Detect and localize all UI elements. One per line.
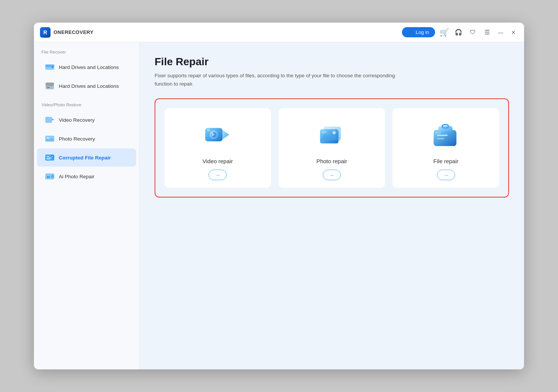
svg-point-24 <box>333 131 336 135</box>
file-repair-label: File repair <box>433 158 458 164</box>
cart-icon[interactable]: 🛒 <box>439 27 449 38</box>
app-name: ONERECOVERY <box>54 29 94 35</box>
sidebar-section-video-photo: Video/Photo Restore <box>34 103 139 110</box>
photo-icon <box>44 133 55 144</box>
sidebar-item-label-hdd2: Hard Drives and Locations <box>59 83 119 89</box>
svg-point-9 <box>47 137 49 139</box>
sidebar: File Recover Hard Drives and Locations <box>34 42 140 369</box>
svg-point-2 <box>52 66 54 68</box>
main-content: File Repair Fixer supports repair of var… <box>140 42 524 369</box>
file-repair-arrow[interactable]: → <box>437 170 455 180</box>
main-layout: File Recover Hard Drives and Locations <box>34 42 524 369</box>
svg-rect-6 <box>45 117 52 123</box>
svg-rect-25 <box>321 131 326 133</box>
video-repair-card[interactable]: Video repair → <box>164 108 271 188</box>
repair-icon <box>44 152 55 163</box>
titlebar-left: R ONERECOVERY <box>40 27 94 38</box>
app-logo: R <box>40 27 51 38</box>
sidebar-item-hard-drives-2[interactable]: Hard Drives and Locations <box>37 77 136 95</box>
sidebar-item-label-ai: Ai Photo Repair <box>59 174 95 179</box>
sidebar-item-corrupted-file-repair[interactable]: Corrupted File Repair <box>37 149 136 167</box>
sidebar-section-file-recover: File Recover <box>34 50 139 57</box>
sidebar-item-label-video: Video Recovery <box>59 117 95 123</box>
video-repair-label: Video repair <box>202 158 233 164</box>
sidebar-item-label-photo: Photo Recovery <box>59 136 95 142</box>
video-repair-arrow[interactable]: → <box>208 170 227 180</box>
sidebar-item-hard-drives-1[interactable]: Hard Drives and Locations <box>37 58 136 76</box>
close-button[interactable]: ✕ <box>509 28 518 37</box>
titlebar-right: 👤 Log in 🛒 🎧 🛡 ☰ — ✕ <box>402 27 518 38</box>
video-repair-icon <box>201 119 235 153</box>
svg-rect-4 <box>46 83 54 86</box>
sidebar-item-photo-recovery[interactable]: Photo Recovery <box>37 130 136 148</box>
hdd-icon-1 <box>44 62 55 72</box>
sidebar-item-video-recovery[interactable]: Video Recovery <box>37 111 136 129</box>
file-repair-icon <box>429 119 463 153</box>
svg-rect-29 <box>437 135 448 136</box>
sidebar-item-ai-photo-repair[interactable]: AI Ai Photo Repair <box>37 167 136 185</box>
shield-icon[interactable]: 🛡 <box>468 27 478 38</box>
video-icon <box>44 115 55 125</box>
hdd-icon-2 <box>44 81 55 91</box>
titlebar: R ONERECOVERY 👤 Log in 🛒 🎧 🛡 ☰ — ✕ <box>34 23 524 42</box>
repair-cards-container: Video repair → <box>155 98 509 198</box>
user-icon: 👤 <box>408 29 414 35</box>
svg-rect-8 <box>45 136 54 142</box>
photo-repair-arrow[interactable]: → <box>323 170 341 180</box>
photo-repair-icon <box>315 119 349 153</box>
svg-rect-30 <box>437 138 445 139</box>
svg-rect-5 <box>47 87 50 88</box>
svg-text:AI: AI <box>47 175 50 179</box>
minimize-button[interactable]: — <box>496 28 505 37</box>
svg-marker-7 <box>52 118 54 121</box>
app-window: R ONERECOVERY 👤 Log in 🛒 🎧 🛡 ☰ — ✕ File … <box>34 23 524 369</box>
svg-rect-27 <box>438 126 452 132</box>
photo-repair-label: Photo repair <box>316 158 347 164</box>
svg-point-20 <box>207 129 210 132</box>
file-repair-card[interactable]: File repair → <box>392 108 499 188</box>
page-title: File Repair <box>155 56 509 68</box>
headset-icon[interactable]: 🎧 <box>453 27 464 38</box>
page-description: Fixer supports repair of various types o… <box>155 72 411 88</box>
photo-repair-card[interactable]: Photo repair → <box>279 108 385 188</box>
svg-point-14 <box>51 175 54 178</box>
login-button[interactable]: 👤 Log in <box>402 27 435 37</box>
sidebar-item-label-hdd1: Hard Drives and Locations <box>59 64 119 70</box>
svg-rect-31 <box>435 132 441 134</box>
svg-marker-19 <box>223 130 230 139</box>
menu-icon[interactable]: ☰ <box>482 27 492 38</box>
sidebar-item-label-repair: Corrupted File Repair <box>59 155 111 161</box>
ai-icon: AI <box>44 171 55 182</box>
